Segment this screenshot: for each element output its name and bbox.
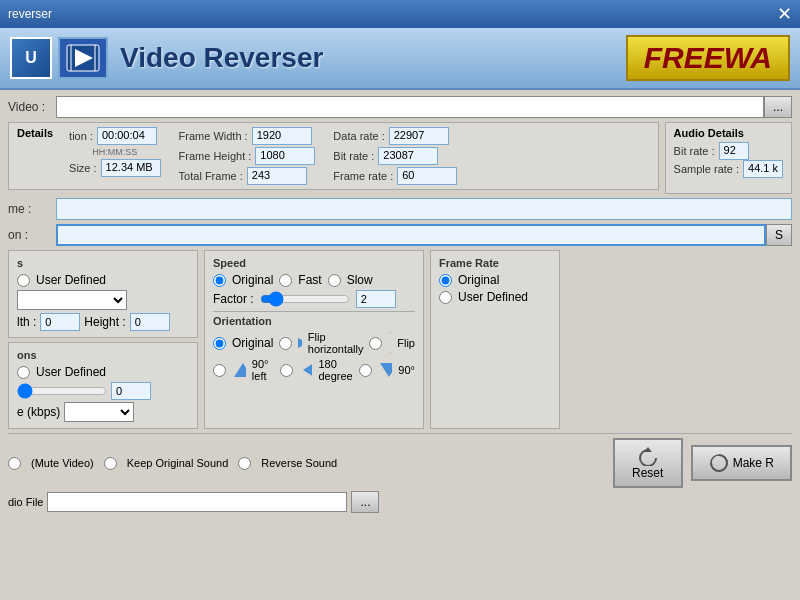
speed-slider[interactable]: [260, 292, 350, 306]
factor-value: 2: [356, 290, 396, 308]
orient-row1: Original Flip horizontally Flip: [213, 331, 415, 355]
options-e-row: e (kbps): [17, 402, 189, 422]
logo-video-icon: [58, 37, 108, 79]
framerate-section: Frame Rate Original User Defined: [430, 250, 560, 429]
speed-slow-radio[interactable]: [328, 274, 341, 287]
resolution-user-defined-label: User Defined: [36, 273, 106, 287]
flip-h-label: Flip horizontally: [308, 331, 364, 355]
resolution-section: s User Defined lth : 0 Height : 0: [8, 250, 198, 338]
framerate-original-label: Original: [458, 273, 499, 287]
options-slider-row: 0: [17, 382, 189, 400]
width-label: lth :: [17, 315, 36, 329]
flip-h-icon: [298, 334, 301, 352]
options-title: ons: [17, 349, 189, 361]
duration-group: tion : 00:00:04 HH:MM:SS Size : 12.34 MB: [69, 127, 161, 185]
options-e-label: e (kbps): [17, 405, 60, 419]
frame-rate-value: 60: [397, 167, 457, 185]
audio-file-input[interactable]: [47, 492, 347, 512]
speed-original-radio[interactable]: [213, 274, 226, 287]
framerate-title: Frame Rate: [439, 257, 551, 269]
audio-file-row: dio File ...: [8, 491, 792, 513]
video-label: Video :: [8, 100, 56, 114]
options-user-defined-row: User Defined: [17, 365, 189, 379]
rotate-180-icon: [299, 359, 313, 381]
orient-90l-radio[interactable]: [213, 364, 226, 377]
svg-marker-8: [234, 363, 246, 377]
resolution-dropdown[interactable]: [17, 290, 127, 310]
main-content: Video : C:\Users\IMG_3678.MOV ... Detail…: [0, 90, 800, 519]
reset-button[interactable]: Reset: [613, 438, 683, 488]
rotate-90r-icon: [378, 359, 392, 381]
make-button[interactable]: Make R: [691, 445, 792, 481]
total-frame-label: Total Frame :: [179, 170, 243, 182]
audio-details: Audio Details Bit rate : 92 Sample rate …: [665, 122, 792, 194]
framerate-user-defined-radio[interactable]: [439, 291, 452, 304]
orientation-section: Orientation Original Flip horizontally: [213, 315, 415, 382]
width-value: 0: [40, 313, 80, 331]
orient-original-radio[interactable]: [213, 337, 226, 350]
video-browse-button[interactable]: ...: [764, 96, 792, 118]
duration-value: 00:00:04: [97, 127, 157, 145]
audio-file-browse-button[interactable]: ...: [351, 491, 379, 513]
rotate-90l-icon: [232, 359, 246, 381]
frame-width-label: Frame Width :: [179, 130, 248, 142]
framerate-original-row: Original: [439, 273, 551, 287]
options-user-defined-radio[interactable]: [17, 366, 30, 379]
orient-90r-label: 90°: [398, 364, 415, 376]
freewa-badge: FREEWA: [626, 35, 790, 81]
framerate-user-defined-label: User Defined: [458, 290, 528, 304]
factor-label: Factor :: [213, 292, 254, 306]
speed-fast-radio[interactable]: [279, 274, 292, 287]
app-title: Video Reverser: [120, 42, 323, 74]
audio-mute-label: (Mute Video): [31, 457, 94, 469]
height-label: Height :: [84, 315, 125, 329]
orient-90l-label: 90° left: [252, 358, 274, 382]
size-value: 12.34 MB: [101, 159, 161, 177]
framerate-user-defined-row: User Defined: [439, 290, 551, 304]
svg-marker-10: [380, 363, 392, 377]
speed-original-label: Original: [232, 273, 273, 287]
svg-marker-4: [298, 338, 301, 348]
audio-reverse-radio[interactable]: [238, 457, 251, 470]
hhmmss-label: HH:MM:SS: [69, 147, 161, 157]
options-slider[interactable]: [17, 384, 107, 398]
frame-width-value: 1920: [252, 127, 312, 145]
video-input[interactable]: C:\Users\IMG_3678.MOV: [56, 96, 764, 118]
orient-90r-radio[interactable]: [359, 364, 372, 377]
audio-sample-rate-value: 44.1 k: [743, 160, 783, 178]
video-row: Video : C:\Users\IMG_3678.MOV ...: [8, 96, 792, 118]
output-location-row: on : D:\ S: [8, 224, 792, 246]
flip-v-label: Flip: [397, 337, 415, 349]
output-location-label: on :: [8, 228, 56, 242]
svg-marker-6: [390, 332, 391, 342]
bottom-row: (Mute Video) Keep Original Sound Reverse…: [8, 433, 792, 488]
frame-rate-label: Frame rate :: [333, 170, 393, 182]
titlebar-title: reverser: [8, 7, 52, 21]
resolution-dropdown-row: [17, 290, 189, 310]
output-name-row: me : IMG_3678_REVERSE.MOV: [8, 198, 792, 220]
audio-keep-radio[interactable]: [104, 457, 117, 470]
framerate-original-radio[interactable]: [439, 274, 452, 287]
reset-icon: [636, 446, 660, 466]
data-rate-value: 22907: [389, 127, 449, 145]
output-location-browse-button[interactable]: S: [766, 224, 792, 246]
duration-label: tion :: [69, 130, 93, 142]
orient-flip-v-radio[interactable]: [369, 337, 382, 350]
orient-180-radio[interactable]: [280, 364, 293, 377]
bit-rate-value: 23087: [378, 147, 438, 165]
audio-file-label: dio File: [8, 496, 43, 508]
output-location-input[interactable]: D:\: [56, 224, 766, 246]
orient-flip-h-radio[interactable]: [279, 337, 292, 350]
data-rate-label: Data rate :: [333, 130, 384, 142]
resolution-user-defined-radio[interactable]: [17, 274, 30, 287]
options-kbps-dropdown[interactable]: [64, 402, 134, 422]
details-label: Details: [17, 127, 53, 185]
close-button[interactable]: ✕: [777, 3, 792, 25]
speed-title: Speed: [213, 257, 415, 269]
total-frame-value: 243: [247, 167, 307, 185]
output-name-input[interactable]: IMG_3678_REVERSE.MOV: [56, 198, 792, 220]
bit-rate-label: Bit rate :: [333, 150, 374, 162]
speed-factor-row: Factor : 2: [213, 290, 415, 308]
audio-mute-radio[interactable]: [8, 457, 21, 470]
output-name-label: me :: [8, 202, 56, 216]
